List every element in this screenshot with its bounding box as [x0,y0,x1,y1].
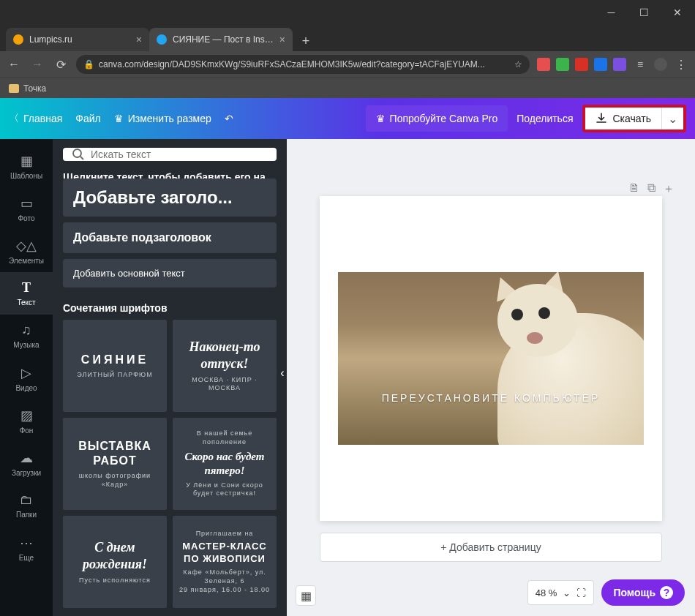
font-combos-title: Сочетания шрифтов [53,293,287,320]
add-page-button[interactable]: + Добавить страницу [320,533,662,562]
extension-icon[interactable] [575,58,588,71]
extension-icon[interactable] [613,58,626,71]
collapse-panel-button[interactable]: ‹ [277,358,287,388]
browser-toolbar: ← → ⟳ 🔒 canva.com/design/DAD9SKmxKWg/S9i… [0,51,695,78]
extension-icons: ≡ ⋮ [537,58,689,72]
nav-reload-icon[interactable]: ⟳ [53,58,69,72]
notes-icon[interactable]: 🗎 [628,181,640,197]
chevron-down-icon: ⌄ [563,587,571,598]
canvas-page[interactable]: ПЕРЕУСТАНОВИТЕ КОМПЬЮТЕР [320,196,662,521]
browser-tab[interactable]: СИЯНИЕ — Пост в Instagram × [149,28,293,51]
help-icon: ? [660,586,673,599]
rail-text[interactable]: TТекст [0,272,53,315]
rail-templates[interactable]: ▦Шаблоны [0,145,53,187]
text-icon: T [22,280,31,296]
grid-view-button[interactable]: ▦ [296,585,316,606]
layout-icon: ▦ [20,153,33,169]
download-icon [596,113,607,124]
svg-point-0 [73,149,81,157]
home-button[interactable]: 〈 Главная [9,112,62,125]
browser-tab[interactable]: Lumpics.ru × [6,28,149,51]
font-card[interactable]: В нашей семье пополнение Скоро нас будет… [173,418,277,510]
star-icon[interactable]: ☆ [514,59,522,70]
resize-button[interactable]: ♛ Изменить размер [114,113,211,124]
extension-icon[interactable] [537,58,550,71]
lock-icon: 🔒 [83,59,94,70]
rail-music[interactable]: ♫Музыка [0,315,53,357]
folder-icon: 🗀 [20,492,33,508]
rail-elements[interactable]: ◇△Элементы [0,230,53,272]
font-card[interactable]: СИЯНИЕ ЭЛИТНЫЙ ПАРФЮМ [63,320,167,412]
search-input[interactable] [91,149,268,160]
download-button[interactable]: Скачать [585,113,662,124]
download-options-button[interactable]: ⌄ [661,108,683,129]
share-button[interactable]: Поделиться [516,113,573,124]
shapes-icon: ◇△ [16,238,37,254]
address-bar[interactable]: 🔒 canva.com/design/DAD9SKmxKWg/S9iuRFxSA… [76,55,530,74]
rail-more[interactable]: ⋯Еще [0,527,53,569]
svg-line-1 [80,157,83,159]
add-subheading-button[interactable]: Добавьте подзаголовок [63,222,277,253]
photo-icon: ▭ [20,195,33,211]
new-tab-button[interactable]: + [296,31,316,51]
tab-favicon [13,34,23,45]
home-label: Главная [23,113,62,124]
rail-folders[interactable]: 🗀Папки [0,484,53,527]
window-minimize-button[interactable]: ─ [595,1,628,23]
font-card[interactable]: Приглашаем на МАСТЕР-КЛАСС ПО ЖИВОПИСИ К… [173,516,277,608]
search-icon [72,148,85,161]
search-box[interactable] [63,148,277,161]
fullscreen-icon[interactable]: ⛶ [576,587,586,598]
extension-icon[interactable] [556,58,569,71]
file-menu[interactable]: Файл [75,113,100,124]
bookmark-item[interactable]: Точка [23,83,46,94]
canvas-area[interactable]: 🗎 ⧉ ＋ ПЕРЕУСТАНОВИТЕ КОМПЬЮТЕР [287,139,695,616]
profile-avatar[interactable] [654,58,667,71]
add-icon[interactable]: ＋ [663,181,675,197]
help-button[interactable]: Помощь ? [601,579,685,606]
file-label: Файл [75,113,100,124]
grid-icon: ▦ [301,589,312,603]
help-label: Помощь [613,587,655,598]
upload-icon: ☁ [20,450,33,466]
bottom-bar: 48 % ⌄ ⛶ Помощь ? [527,579,685,606]
window-close-button[interactable]: ✕ [661,1,694,23]
tab-close-icon[interactable]: × [136,34,142,45]
nav-forward-icon[interactable]: → [29,58,45,71]
undo-icon: ↶ [225,113,233,124]
window-maximize-button[interactable]: ☐ [628,1,661,23]
font-card[interactable]: ВЫСТАВКА РАБОТ школы фотографии «Кадр» [63,418,167,510]
font-card[interactable]: С днем рождения! Пусть исполняются [63,516,167,608]
font-card[interactable]: Наконец-то отпуск! МОСКВА · КИПР · МОСКВ… [173,320,277,412]
rail-background[interactable]: ▨Фон [0,399,53,442]
cat-image [483,277,644,445]
rail-video[interactable]: ▷Видео [0,357,53,399]
undo-button[interactable]: ↶ [225,113,233,124]
try-pro-button[interactable]: ♛ Попробуйте Canva Pro [366,105,508,132]
add-body-button[interactable]: Добавить основной текст [63,259,277,288]
duplicate-icon[interactable]: ⧉ [647,181,655,197]
font-combos-grid: СИЯНИЕ ЭЛИТНЫЙ ПАРФЮМ Наконец-то отпуск!… [53,320,287,616]
canva-header: 〈 Главная Файл ♛ Изменить размер ↶ ♛ Поп… [0,98,695,139]
tab-close-icon[interactable]: × [279,34,285,45]
zoom-control[interactable]: 48 % ⌄ ⛶ [527,580,595,605]
menu-icon[interactable]: ⋮ [673,58,689,72]
browser-tabs: Lumpics.ru × СИЯНИЕ — Пост в Instagram ×… [0,25,695,51]
tab-title: Lumpics.ru [29,34,130,45]
tab-favicon [157,34,167,45]
rail-uploads[interactable]: ☁Загрузки [0,442,53,484]
reading-list-icon[interactable]: ≡ [632,59,648,70]
extension-icon[interactable] [594,58,607,71]
url-text: canva.com/design/DAD9SKmxKWg/S9iuRFxSACz… [99,59,510,70]
add-heading-button[interactable]: Добавьте заголо... [63,179,277,217]
meme-image[interactable]: ПЕРЕУСТАНОВИТЕ КОМПЬЮТЕР [338,272,644,445]
tab-title: СИЯНИЕ — Пост в Instagram [173,34,274,45]
meme-text[interactable]: ПЕРЕУСТАНОВИТЕ КОМПЬЮТЕР [338,392,644,404]
zoom-value: 48 % [536,587,557,598]
rail-photo[interactable]: ▭Фото [0,187,53,230]
side-panel: Щелкните текст, чтобы добавить его на...… [53,139,287,616]
crown-icon: ♛ [114,113,124,124]
nav-back-icon[interactable]: ← [6,58,22,71]
resize-label: Изменить размер [128,113,211,124]
share-label: Поделиться [516,113,573,124]
